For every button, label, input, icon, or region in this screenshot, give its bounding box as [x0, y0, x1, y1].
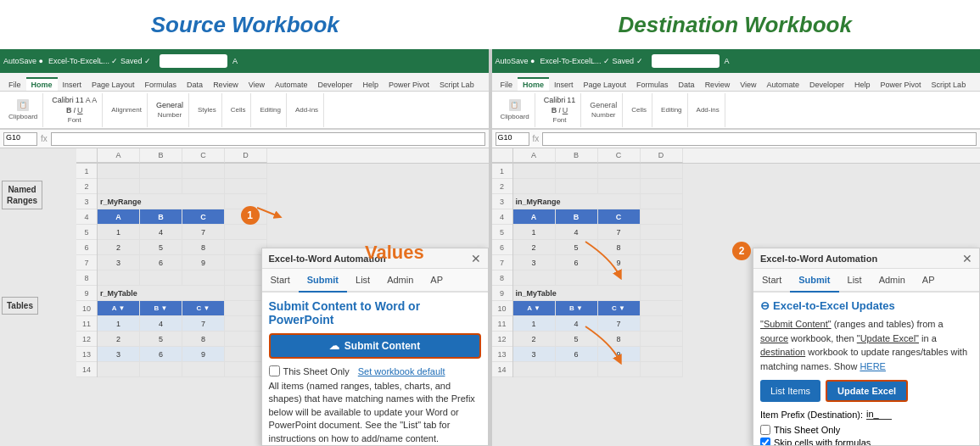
cell-5c[interactable]: 7	[182, 225, 225, 240]
paste-icon[interactable]: 📋	[17, 99, 29, 111]
dest-tab-formulas[interactable]: Formulas	[631, 79, 674, 91]
cell-11a[interactable]: 1	[98, 316, 140, 332]
here-link[interactable]: HERE	[860, 361, 886, 371]
submit-content-button[interactable]: ☁ Submit Content	[269, 333, 481, 359]
dest-corner-cell	[492, 148, 513, 163]
row-9: 9	[76, 286, 97, 301]
cell-7c[interactable]: 9	[182, 255, 225, 270]
tab-script-lab[interactable]: Script Lab	[434, 79, 479, 91]
cell-5a[interactable]: 1	[98, 225, 140, 240]
cell-1c[interactable]	[182, 164, 225, 179]
search-box[interactable]	[160, 54, 227, 68]
dest-tab-automate[interactable]: Automate	[762, 79, 805, 91]
tables-label: Tables	[2, 297, 38, 315]
dest-tab-home[interactable]: Home	[518, 77, 549, 91]
update-excel-button[interactable]: Update Excel	[826, 380, 908, 402]
formula-input[interactable]	[51, 132, 485, 146]
dest-formula-input[interactable]	[542, 132, 977, 146]
dest-panel-tab-submit[interactable]: Submit	[790, 269, 838, 293]
cell-6a[interactable]: 2	[98, 240, 140, 255]
set-workbook-default-link[interactable]: Set workbook default	[358, 366, 445, 376]
panel-tab-ap[interactable]: AP	[422, 269, 451, 291]
cell-12c[interactable]: 8	[182, 332, 225, 347]
dest-tab-review[interactable]: Review	[700, 79, 736, 91]
cell-11c[interactable]: 7	[182, 316, 225, 332]
cell-14c[interactable]	[182, 362, 225, 377]
cell-2a[interactable]	[98, 179, 140, 194]
panel-tab-list[interactable]: List	[347, 269, 378, 291]
tab-page-layout[interactable]: Page Layout	[87, 79, 140, 91]
dest-panel-tab-ap[interactable]: AP	[914, 269, 944, 291]
cell-12a[interactable]: 2	[98, 332, 140, 347]
update-excel-ref: "Update Excel"	[857, 333, 919, 343]
dest-this-sheet-checkbox[interactable]	[760, 425, 770, 435]
this-sheet-checkbox[interactable]	[269, 365, 280, 376]
cell-1a[interactable]	[98, 164, 140, 179]
panel-tab-admin[interactable]: Admin	[378, 269, 422, 291]
app-label: A	[232, 57, 238, 65]
autosave-label: AutoSave ●	[3, 57, 43, 65]
tab-developer[interactable]: Developer	[313, 79, 358, 91]
cell-2b[interactable]	[140, 179, 182, 194]
list-items-button[interactable]: List Items	[760, 380, 820, 402]
tab-automate[interactable]: Automate	[270, 79, 313, 91]
tab-help[interactable]: Help	[358, 79, 384, 91]
cell-1b[interactable]	[140, 164, 182, 179]
cell-14b[interactable]	[140, 362, 182, 377]
tab-insert[interactable]: Insert	[58, 79, 87, 91]
cell-1d[interactable]	[225, 164, 267, 179]
dest-tab-view[interactable]: View	[735, 79, 761, 91]
cell-7b[interactable]: 6	[140, 255, 182, 270]
dest-prefix-input[interactable]	[866, 409, 892, 420]
table-row	[98, 179, 489, 194]
tab-formulas[interactable]: Formulas	[140, 79, 182, 91]
dest-row-13: 13	[492, 347, 512, 362]
dest-search-box[interactable]	[652, 54, 720, 68]
cell-8b[interactable]	[140, 270, 182, 286]
cell-14a[interactable]	[98, 362, 140, 377]
dest-tab-file[interactable]: File	[496, 79, 518, 91]
cell-2c[interactable]	[182, 179, 225, 194]
dest-paste-icon[interactable]: 📋	[509, 99, 521, 111]
tab-file[interactable]: File	[3, 79, 26, 91]
panel-tab-submit[interactable]: Submit	[299, 269, 347, 293]
cell-7a[interactable]: 3	[98, 255, 140, 270]
dest-panel-tab-admin[interactable]: Admin	[871, 269, 914, 291]
cell-8a[interactable]	[98, 270, 140, 286]
cell-2d[interactable]	[225, 179, 267, 194]
panel-close-btn[interactable]: ✕	[471, 252, 481, 265]
tab-home[interactable]: Home	[26, 77, 58, 91]
panel-tab-start[interactable]: Start	[262, 269, 299, 291]
dest-tab-data[interactable]: Data	[674, 79, 700, 91]
cell-11b[interactable]: 4	[140, 316, 182, 332]
dest-tab-page-layout[interactable]: Page Layout	[579, 79, 632, 91]
dest-panel-close-btn[interactable]: ✕	[962, 252, 972, 265]
dest-tab-power-pivot[interactable]: Power Pivot	[876, 79, 927, 91]
dest-panel-tab-start[interactable]: Start	[753, 269, 790, 291]
cell-12b[interactable]: 5	[140, 332, 182, 347]
tab-power-pivot[interactable]: Power Pivot	[384, 79, 434, 91]
cell-6b[interactable]: 5	[140, 240, 182, 255]
cell-5b[interactable]: 4	[140, 225, 182, 240]
tab-view[interactable]: View	[244, 79, 270, 91]
dest-btn-row: List Items Update Excel	[760, 380, 972, 402]
dest-cell-ref[interactable]: G10	[496, 132, 529, 146]
dest-tab-insert[interactable]: Insert	[549, 79, 579, 91]
dest-tab-help[interactable]: Help	[849, 79, 876, 91]
tab-review[interactable]: Review	[208, 79, 244, 91]
cell-13c[interactable]: 9	[182, 347, 225, 362]
dest-tab-script-lab[interactable]: Script Lab	[927, 79, 972, 91]
dest-ribbon: AutoSave ● Excel-To-ExcelL... ✓ Saved ✓ …	[492, 49, 981, 130]
tab-data[interactable]: Data	[182, 79, 208, 91]
cell-13b[interactable]: 6	[140, 347, 182, 362]
cell-8c[interactable]	[182, 270, 225, 286]
table-header-a: A ▼	[98, 301, 140, 316]
cell-ref[interactable]: G10	[3, 132, 37, 146]
dest-skip-formulas-checkbox[interactable]	[760, 438, 770, 445]
dest-prefix-label: Item Prefix (Destination):	[760, 410, 863, 420]
dest-panel-tab-list[interactable]: List	[839, 269, 871, 291]
dest-tab-developer[interactable]: Developer	[804, 79, 849, 91]
dest-row-14: 14	[492, 362, 512, 377]
cell-13a[interactable]: 3	[98, 347, 140, 362]
cell-6c[interactable]: 8	[182, 240, 225, 255]
